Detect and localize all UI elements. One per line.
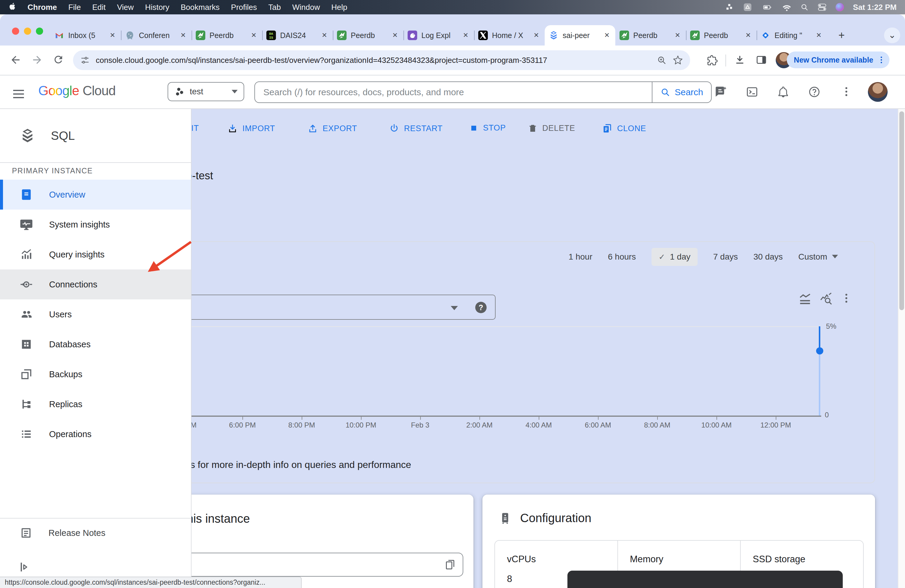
gcp-search-input[interactable]: [255, 82, 652, 102]
forward-button[interactable]: [31, 54, 43, 66]
menu-bookmarks[interactable]: Bookmarks: [181, 3, 220, 12]
back-button[interactable]: [10, 54, 22, 66]
range-1-hour[interactable]: 1 hour: [568, 252, 592, 262]
battery-icon[interactable]: [761, 3, 773, 12]
zoom-page-icon[interactable]: [657, 55, 667, 65]
more-options-kebab-icon[interactable]: [840, 86, 852, 98]
tab-editing-doc[interactable]: Editing ": [757, 25, 827, 46]
feedback-icon[interactable]: [714, 86, 727, 98]
control-center-icon[interactable]: [818, 3, 827, 12]
menu-window[interactable]: Window: [292, 3, 320, 12]
tab-log-explorer[interactable]: Log Expl: [403, 25, 474, 46]
sidebar-item-replicas[interactable]: Replicas: [0, 389, 191, 419]
google-cloud-logo[interactable]: Google Cloud: [38, 83, 116, 98]
tab-x-home[interactable]: Home / X: [474, 25, 545, 46]
chrome-update-button[interactable]: New Chrome available: [787, 51, 889, 68]
range-7-days[interactable]: 7 days: [713, 252, 738, 262]
tab-search-chevron-button[interactable]: [884, 27, 900, 43]
menu-app-name[interactable]: Chrome: [27, 3, 57, 12]
metric-help-icon[interactable]: [475, 302, 487, 313]
chart-kebab-icon[interactable]: [840, 292, 852, 305]
stats-menu-icon[interactable]: [726, 3, 734, 11]
sidebar-item-overview[interactable]: Overview: [0, 180, 191, 210]
sidebar-item-connections[interactable]: Connections: [0, 269, 191, 299]
tab-inbox[interactable]: Inbox (5: [50, 25, 121, 46]
cloud-shell-icon[interactable]: [746, 86, 758, 98]
gcp-account-avatar[interactable]: [868, 82, 888, 102]
tab-close-icon[interactable]: [673, 31, 682, 40]
window-zoom-button[interactable]: [36, 27, 43, 35]
restart-button[interactable]: RESTART: [389, 123, 443, 133]
tab-close-icon[interactable]: [320, 31, 329, 40]
tab-peerdb-2[interactable]: Peerdb: [333, 25, 403, 46]
tab-close-icon[interactable]: [744, 31, 753, 40]
update-kebab-icon[interactable]: [877, 56, 886, 64]
copy-icon[interactable]: [444, 559, 456, 571]
url-text[interactable]: console.cloud.google.com/sql/instances/s…: [96, 56, 651, 65]
spotlight-icon[interactable]: [800, 3, 809, 11]
page-scrollbar[interactable]: [898, 109, 905, 588]
clone-button[interactable]: CLONE: [602, 123, 646, 133]
bookmark-star-icon[interactable]: [673, 55, 683, 65]
menu-edit[interactable]: Edit: [92, 3, 106, 12]
gcp-search-button[interactable]: Search: [652, 82, 711, 102]
tab-dais24[interactable]: DAIS24: [262, 25, 333, 46]
latest-data-point[interactable]: [816, 347, 823, 354]
menu-help[interactable]: Help: [331, 3, 347, 12]
delete-button[interactable]: DELETE: [528, 123, 575, 133]
project-selector-button[interactable]: test: [168, 82, 244, 101]
tab-close-icon[interactable]: [532, 31, 540, 40]
menu-bar-clock[interactable]: Sat 1:22 PM: [853, 3, 897, 12]
tab-close-icon[interactable]: [249, 31, 258, 40]
new-tab-button[interactable]: [834, 29, 849, 43]
explore-chart-icon[interactable]: [819, 292, 833, 305]
tab-close-icon[interactable]: [814, 31, 823, 40]
scrollbar-thumb[interactable]: [899, 111, 904, 310]
tab-close-icon[interactable]: [108, 31, 117, 40]
tab-close-icon[interactable]: [603, 31, 611, 40]
menu-profiles[interactable]: Profiles: [231, 3, 257, 12]
tab-peerdb-3[interactable]: Peerdb: [615, 25, 686, 46]
sidebar-item-users[interactable]: Users: [0, 299, 191, 329]
site-settings-icon[interactable]: [80, 56, 90, 65]
sidebar-item-databases[interactable]: Databases: [0, 329, 191, 359]
menu-file[interactable]: File: [68, 3, 81, 12]
tab-close-icon[interactable]: [462, 31, 470, 40]
export-button[interactable]: EXPORT: [308, 123, 357, 133]
menu-tab[interactable]: Tab: [268, 3, 281, 12]
siri-icon[interactable]: [835, 3, 844, 11]
downloads-icon[interactable]: [734, 54, 746, 66]
menu-view[interactable]: View: [117, 3, 134, 12]
tab-conference[interactable]: Conferen: [121, 25, 192, 46]
sidebar-item-system-insights[interactable]: System insights: [0, 210, 191, 240]
tab-close-icon[interactable]: [391, 31, 399, 40]
notifications-bell-icon[interactable]: [777, 86, 789, 98]
stop-button[interactable]: STOP: [469, 123, 506, 133]
app-status-icon[interactable]: [743, 2, 753, 12]
wifi-icon[interactable]: [782, 3, 791, 12]
apple-menu-icon[interactable]: [8, 3, 17, 11]
range-6-hours[interactable]: 6 hours: [608, 252, 636, 262]
sidebar-item-release-notes[interactable]: Release Notes: [0, 518, 211, 547]
window-close-button[interactable]: [12, 27, 19, 35]
range-30-days[interactable]: 30 days: [753, 252, 783, 262]
reload-button[interactable]: [53, 54, 64, 65]
tab-sai-peerdb-active[interactable]: sai-peer: [545, 25, 615, 46]
url-bar[interactable]: console.cloud.google.com/sql/instances/s…: [73, 50, 690, 70]
extensions-icon[interactable]: [707, 54, 718, 66]
help-icon[interactable]: [808, 86, 821, 98]
tab-close-icon[interactable]: [179, 31, 187, 40]
tab-peerdb-4[interactable]: Peerdb: [686, 25, 757, 46]
import-button[interactable]: IMPORT: [227, 123, 275, 133]
sidebar-item-backups[interactable]: Backups: [0, 359, 191, 389]
connection-string-field[interactable]: [179, 553, 463, 577]
collapse-drawer-icon[interactable]: [18, 561, 31, 574]
menu-history[interactable]: History: [145, 3, 169, 12]
range-1-day-selected[interactable]: 1 day: [651, 248, 698, 266]
side-panel-icon[interactable]: [755, 54, 767, 66]
window-minimize-button[interactable]: [24, 27, 31, 35]
range-custom[interactable]: Custom: [799, 252, 838, 262]
metric-selector-dropdown[interactable]: [183, 295, 495, 320]
sidebar-item-query-insights[interactable]: Query insights: [0, 240, 191, 269]
tab-peerdb-1[interactable]: Peerdb: [192, 25, 262, 46]
